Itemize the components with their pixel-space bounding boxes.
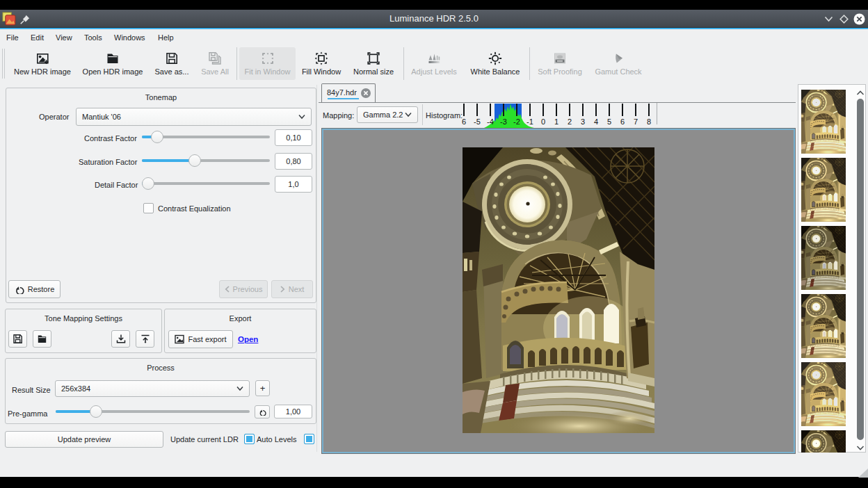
svg-text:-3: -3 xyxy=(500,117,507,126)
svg-text:-2: -2 xyxy=(513,117,520,126)
svg-text:6: 6 xyxy=(462,117,466,126)
svg-text:1: 1 xyxy=(554,117,558,126)
svg-text:0: 0 xyxy=(541,117,545,126)
svg-text:-1: -1 xyxy=(527,117,533,126)
svg-text:-4: -4 xyxy=(487,117,494,126)
svg-text:4: 4 xyxy=(594,117,598,126)
svg-text:3: 3 xyxy=(581,117,585,126)
svg-text:5: 5 xyxy=(607,117,611,126)
svg-text:8: 8 xyxy=(647,117,651,126)
svg-text:-5: -5 xyxy=(474,117,481,126)
svg-text:6: 6 xyxy=(620,117,625,126)
svg-text:7: 7 xyxy=(634,117,638,126)
svg-text:2: 2 xyxy=(568,117,572,126)
